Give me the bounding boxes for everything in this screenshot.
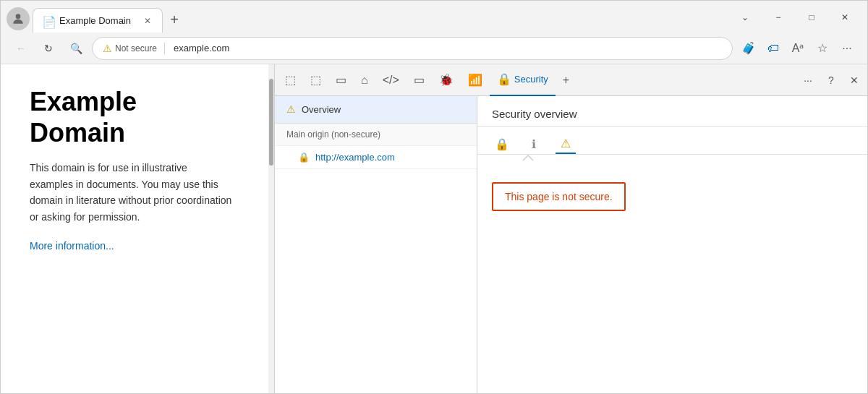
minimize-button[interactable]: − (762, 6, 795, 29)
more-tools-icon[interactable]: ··· (835, 37, 859, 60)
devtools-actions: ··· ? ✕ (798, 70, 864, 90)
not-secure-message-text: This page is not secure. (505, 191, 613, 202)
devtools-content: ⚠ Overview Main origin (non-secure) 🔒 ht… (275, 96, 867, 393)
sidebar-scroll: ⚠ Overview Main origin (non-secure) 🔒 ht… (275, 96, 477, 393)
lock-icon[interactable]: 🔒 (492, 134, 512, 154)
active-tab[interactable]: 📄 Example Domain ✕ (33, 8, 163, 33)
info-icon[interactable]: ℹ (524, 134, 544, 154)
wallet-icon[interactable]: 🧳 (737, 37, 760, 60)
close-button[interactable]: ✕ (828, 6, 861, 29)
tab-panel[interactable]: ▭ (328, 64, 354, 96)
devtools-tab-bar: ⬚ ⬚ ▭ ⌂ </> ▭ 🐞 (275, 64, 867, 96)
devtools-sidebar: ⚠ Overview Main origin (non-secure) 🔒 ht… (275, 96, 477, 393)
page-content: Example Domain This domain is for use in… (1, 64, 274, 393)
sidebar-section-label: Main origin (non-secure) (275, 124, 477, 146)
tab-network[interactable]: 📶 (461, 64, 490, 96)
page-title: Example Domain (30, 86, 239, 148)
security-main-panel: Security overview 🔒 ℹ ⚠ ▲ This page is n… (477, 96, 867, 393)
content-area: Example Domain This domain is for use in… (1, 64, 867, 393)
collections-icon[interactable]: 🏷 (762, 37, 785, 60)
warning-icon: ⚠ (103, 43, 112, 54)
profile-icon[interactable] (7, 7, 30, 30)
scrollbar-thumb[interactable] (269, 79, 273, 166)
page-body-text: This domain is for use in illustrative e… (30, 160, 232, 225)
tab-console[interactable]: ▭ (407, 64, 432, 96)
more-info-link[interactable]: More information... (30, 240, 114, 252)
warning-triangle-icon[interactable]: ⚠ (556, 134, 576, 154)
address-actions: 🧳 🏷 Aᵃ ☆ ··· (737, 37, 859, 60)
tab-security-label: Security (514, 74, 548, 85)
sidebar-overview-label: Overview (302, 104, 341, 115)
not-secure-indicator: ⚠ Not secure (103, 43, 165, 54)
read-aloud-icon[interactable]: Aᵃ (786, 37, 809, 60)
origin-lock-icon: 🔒 (298, 152, 310, 163)
page-scrollbar[interactable] (268, 64, 274, 393)
sidebar-link-text: http://example.com (315, 152, 395, 163)
maximize-button[interactable]: □ (795, 6, 828, 29)
not-secure-message: This page is not secure. (492, 182, 626, 211)
overview-warning-icon: ⚠ (286, 103, 296, 115)
address-bar: ← ↻ 🔍 ⚠ Not secure example.com 🧳 🏷 Aᵃ ☆ … (1, 33, 867, 64)
title-bar: 📄 Example Domain ✕ + ⌄ − □ ✕ (1, 1, 867, 33)
search-button[interactable]: 🔍 (64, 37, 88, 60)
chevron-button[interactable]: ⌄ (728, 6, 762, 29)
devtools-help-button[interactable]: ? (821, 70, 841, 90)
back-button[interactable]: ← (9, 37, 33, 60)
devtools-more-button[interactable]: ··· (798, 70, 818, 90)
browser-window: 📄 Example Domain ✕ + ⌄ − □ ✕ ← ↻ 🔍 ⚠ Not… (0, 0, 868, 394)
not-secure-label: Not secure (115, 43, 157, 53)
tab-close-button[interactable]: ✕ (142, 15, 153, 27)
url-display: example.com (174, 43, 229, 53)
tab-security[interactable]: 🔒 Security (490, 64, 556, 96)
panel-caret-container: ▲ (477, 155, 867, 162)
tab-page-icon: 📄 (42, 15, 54, 27)
refresh-button[interactable]: ↻ (37, 37, 60, 60)
tab-screenshot2[interactable]: ⬚ (303, 64, 328, 96)
security-icon-row: 🔒 ℹ ⚠ (477, 127, 867, 155)
tab-bug[interactable]: 🐞 (432, 64, 461, 96)
sidebar-item-overview[interactable]: ⚠ Overview (275, 96, 477, 123)
security-panel-title: Security overview (477, 96, 867, 127)
new-tab-button[interactable]: + (163, 8, 186, 31)
devtools-close-button[interactable]: ✕ (844, 70, 864, 90)
tab-home[interactable]: ⌂ (354, 64, 375, 96)
tab-screenshot[interactable]: ⬚ (278, 64, 303, 96)
page-scroll-area: Example Domain This domain is for use in… (1, 64, 268, 393)
sidebar-origin-link[interactable]: 🔒 http://example.com (275, 146, 477, 169)
tab-elements[interactable]: </> (375, 64, 407, 96)
favorites-icon[interactable]: ☆ (811, 37, 834, 60)
tab-title: Example Domain (59, 15, 136, 26)
svg-point-0 (16, 14, 21, 19)
devtools-panel: ⬚ ⬚ ▭ ⌂ </> ▭ 🐞 (274, 64, 867, 393)
security-body: This page is not secure. (477, 162, 867, 393)
tab-add[interactable]: + (556, 64, 576, 96)
tab-bar: 📄 Example Domain ✕ + (33, 5, 726, 33)
address-field[interactable]: ⚠ Not secure example.com (92, 37, 733, 60)
window-controls: ⌄ − □ ✕ (728, 6, 861, 32)
